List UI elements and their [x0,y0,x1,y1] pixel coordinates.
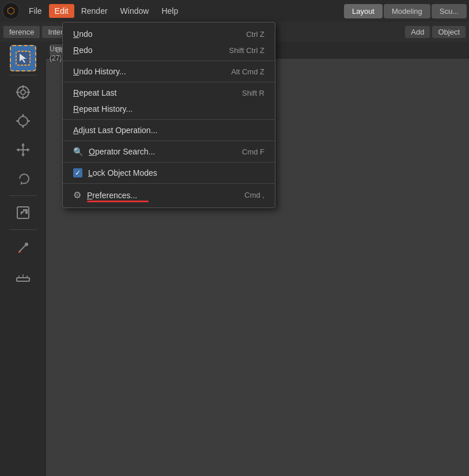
svg-marker-12 [16,120,18,122]
svg-point-29 [25,243,28,246]
sidebar-icon-crosshair[interactable] [10,79,36,105]
menu-edit[interactable]: Edit [49,4,74,18]
svg-point-5 [21,90,25,95]
svg-marker-21 [21,154,25,157]
undo-history-shortcut: Alt Cmd Z [231,67,264,76]
menu-item-repeat-last[interactable]: Repeat Last Shift R [63,85,275,101]
svg-marker-27 [21,209,28,215]
svg-marker-20 [21,143,25,146]
svg-marker-23 [16,148,19,152]
search-icon: 🔍 [73,147,83,156]
toolbar-difference[interactable]: ference [3,26,40,38]
sidebar-divider-3 [9,229,37,230]
divider-4 [63,141,275,141]
repeat-history-label: Repeat History... [73,104,133,114]
lock-object-modes-checkbox: ✓ [73,168,82,177]
divider-1 [63,61,275,61]
divider-3 [63,119,275,120]
tab-modeling[interactable]: Modeling [384,4,430,18]
menu-item-operator-search[interactable]: 🔍 Operator Search... Cmd F [63,143,275,160]
svg-marker-18 [22,126,24,128]
operator-search-shortcut: Cmd F [242,148,264,156]
sidebar-divider-2 [9,195,37,196]
preferences-shortcut: Cmd , [244,191,264,199]
tab-layout[interactable]: Layout [344,4,383,18]
adjust-last-label: Adjust Last Operation... [73,126,157,135]
svg-line-30 [18,251,21,252]
menu-help[interactable]: Help [156,4,184,18]
toolbar-add[interactable]: Add [405,26,430,38]
sidebar-divider-1 [9,75,37,75]
menu-item-redo[interactable]: Redo Shift Ctrl Z [63,42,275,58]
blender-logo[interactable]: ⬡ [2,2,20,20]
divider-5 [63,162,275,163]
menu-item-adjust-last[interactable]: Adjust Last Operation... [63,122,275,138]
workspace-tabs: Layout Modeling Scu... [344,4,467,18]
menu-item-preferences[interactable]: ⚙ Preferences... Cmd , [63,186,275,204]
redo-shortcut: Shift Ctrl Z [229,46,264,55]
tab-sculpting[interactable]: Scu... [432,4,467,18]
svg-marker-24 [27,148,30,152]
operator-search-label: Operator Search... [89,147,155,156]
gear-icon: ⚙ [73,190,81,201]
divider-2 [63,82,275,82]
svg-marker-25 [21,182,23,185]
left-sidebar [0,41,46,476]
menu-window[interactable]: Window [115,4,155,18]
lock-object-modes-label: Lock Object Modes [88,168,157,177]
menu-file[interactable]: File [23,4,48,18]
toolbar-object[interactable]: Object [432,26,466,38]
sidebar-icon-move[interactable] [10,137,36,163]
svg-marker-14 [28,120,30,122]
svg-point-10 [18,116,28,126]
divider-6 [63,183,275,184]
sidebar-icon-rotate[interactable] [10,165,36,192]
sidebar-icon-measure[interactable] [10,262,36,289]
svg-text:⬡: ⬡ [7,6,15,16]
menu-render[interactable]: Render [75,4,114,18]
menu-item-undo[interactable]: Undo Ctrl Z [63,26,275,42]
svg-marker-16 [22,114,24,116]
top-bar: ⬡ File Edit Render Window Help Layout Mo… [0,0,469,22]
menu-item-undo-history[interactable]: Undo History... Alt Cmd Z [63,63,275,80]
sidebar-icon-cursor[interactable] [10,45,36,71]
repeat-last-label: Repeat Last [73,88,117,97]
svg-rect-31 [17,278,29,281]
edit-dropdown-menu: Undo Ctrl Z Redo Shift Ctrl Z Undo Histo… [62,22,275,208]
undo-shortcut: Ctrl Z [246,30,264,39]
preferences-label: Preferences... [87,191,137,200]
undo-label: Undo [73,29,92,39]
undo-history-label: Undo History... [73,67,126,76]
repeat-last-shortcut: Shift R [242,89,264,97]
sidebar-icon-export[interactable] [10,199,36,226]
menu-item-repeat-history[interactable]: Repeat History... [63,101,275,117]
sidebar-icon-annotate[interactable] [10,233,36,260]
menu-item-lock-object-modes[interactable]: ✓ Lock Object Modes [63,165,275,181]
sidebar-icon-transform[interactable] [10,108,36,134]
redo-label: Redo [73,46,92,55]
